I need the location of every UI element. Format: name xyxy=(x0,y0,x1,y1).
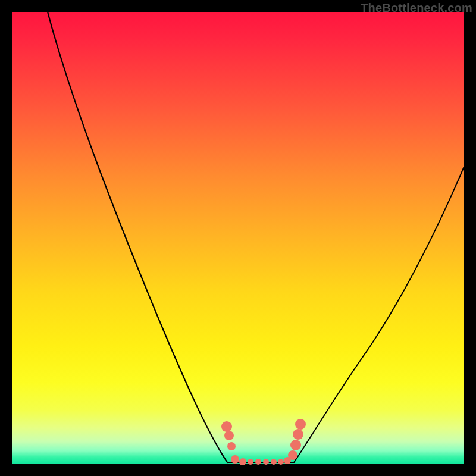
curve-group xyxy=(48,12,464,462)
valley-marker-11 xyxy=(288,450,298,460)
valley-marker-4 xyxy=(239,458,246,465)
valley-marker-12 xyxy=(290,440,301,450)
valley-marker-3 xyxy=(231,455,239,464)
valley-marker-1 xyxy=(224,431,234,440)
valley-marker-8 xyxy=(271,459,277,465)
valley-marker-9 xyxy=(278,459,284,465)
curve-layer xyxy=(12,12,464,464)
valley-marker-5 xyxy=(248,459,253,465)
chart-stage: TheBottleneck.com xyxy=(0,0,476,476)
marker-group xyxy=(221,419,306,465)
valley-marker-13 xyxy=(293,429,303,440)
valley-marker-7 xyxy=(263,459,269,465)
plot-area xyxy=(12,12,464,464)
left-curve-path xyxy=(48,12,227,462)
valley-marker-6 xyxy=(255,459,261,465)
valley-marker-14 xyxy=(295,419,306,430)
valley-marker-0 xyxy=(221,421,232,432)
valley-marker-2 xyxy=(227,442,236,450)
right-curve-path xyxy=(294,167,464,462)
